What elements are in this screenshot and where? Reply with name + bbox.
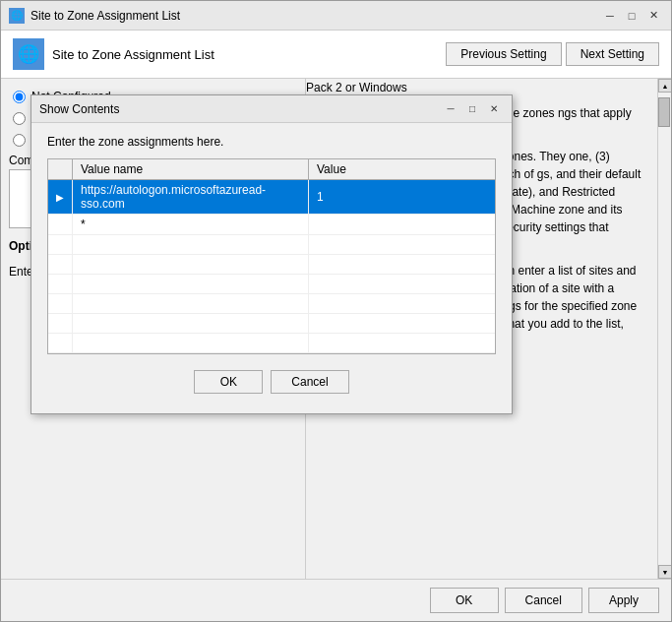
show-contents-modal: Show Contents ─ □ ✕ Enter the zone assig… xyxy=(31,94,513,414)
data-table-container: Value name Value ▶https://autologon.micr… xyxy=(47,158,496,354)
row-value-name: * xyxy=(73,215,309,235)
modal-close-button[interactable]: ✕ xyxy=(484,100,504,118)
table-row[interactable]: * xyxy=(48,215,495,235)
window-controls: ─ □ ✕ xyxy=(600,7,663,25)
scroll-down-arrow[interactable]: ▼ xyxy=(658,565,671,579)
table-empty-row xyxy=(48,255,495,275)
modal-cancel-button[interactable]: Cancel xyxy=(271,370,348,394)
radio-disabled-input[interactable] xyxy=(13,134,26,147)
scroll-up-arrow[interactable]: ▲ xyxy=(658,79,671,93)
row-value-name: https://autologon.microsoftazuread-sso.c… xyxy=(73,180,309,215)
modal-instruction: Enter the zone assignments here. xyxy=(47,135,496,149)
modal-minimize-button[interactable]: ─ xyxy=(441,100,460,118)
table-body: ▶https://autologon.microsoftazuread-sso.… xyxy=(48,180,495,353)
header-buttons: Previous Setting Next Setting xyxy=(446,42,659,66)
table-empty-row xyxy=(48,235,495,255)
radio-enabled-input[interactable] xyxy=(13,112,26,125)
right-panel-scrollbar[interactable]: ▲ ▼ xyxy=(657,79,671,579)
col-value-header: Value xyxy=(309,159,496,180)
table-empty-row xyxy=(48,314,495,334)
row-value xyxy=(309,215,496,235)
main-window: 🌐 Site to Zone Assignment List ─ □ ✕ 🌐 S… xyxy=(0,0,672,622)
header-title: Site to Zone Assignment List xyxy=(52,47,438,62)
footer: OK Cancel Apply xyxy=(1,579,671,621)
ok-button[interactable]: OK xyxy=(430,588,499,613)
modal-controls: ─ □ ✕ xyxy=(441,100,504,118)
table-empty-row xyxy=(48,294,495,314)
modal-maximize-button[interactable]: □ xyxy=(462,100,482,118)
scroll-thumb-area xyxy=(658,93,671,565)
header-area: 🌐 Site to Zone Assignment List Previous … xyxy=(1,31,671,79)
modal-title-bar: Show Contents ─ □ ✕ xyxy=(31,95,512,123)
modal-title: Show Contents xyxy=(39,102,441,116)
next-setting-button[interactable]: Next Setting xyxy=(566,42,659,66)
window-icon: 🌐 xyxy=(9,8,25,24)
modal-footer: OK Cancel xyxy=(47,366,496,402)
row-value: 1 xyxy=(309,180,496,215)
table-row[interactable]: ▶https://autologon.microsoftazuread-sso.… xyxy=(48,180,495,215)
cancel-button[interactable]: Cancel xyxy=(505,588,582,613)
modal-body: Enter the zone assignments here. Value n… xyxy=(31,123,512,413)
maximize-button[interactable]: □ xyxy=(622,7,641,25)
title-bar: 🌐 Site to Zone Assignment List ─ □ ✕ xyxy=(1,1,671,31)
col-value-name-header: Value name xyxy=(73,159,309,180)
radio-not-configured-input[interactable] xyxy=(13,91,26,103)
apply-button[interactable]: Apply xyxy=(588,588,659,613)
previous-setting-button[interactable]: Previous Setting xyxy=(446,42,561,66)
scroll-thumb[interactable] xyxy=(658,97,670,127)
close-button[interactable]: ✕ xyxy=(643,7,663,25)
row-arrow: ▶ xyxy=(48,180,73,215)
data-table: Value name Value ▶https://autologon.micr… xyxy=(48,159,495,353)
col-arrow-header xyxy=(48,159,73,180)
table-header-row: Value name Value xyxy=(48,159,495,180)
modal-ok-button[interactable]: OK xyxy=(194,370,263,394)
minimize-button[interactable]: ─ xyxy=(600,7,620,25)
table-empty-row xyxy=(48,275,495,294)
window-title: Site to Zone Assignment List xyxy=(31,9,600,23)
table-empty-row xyxy=(48,334,495,353)
header-icon: 🌐 xyxy=(13,38,44,70)
row-arrow xyxy=(48,215,73,235)
